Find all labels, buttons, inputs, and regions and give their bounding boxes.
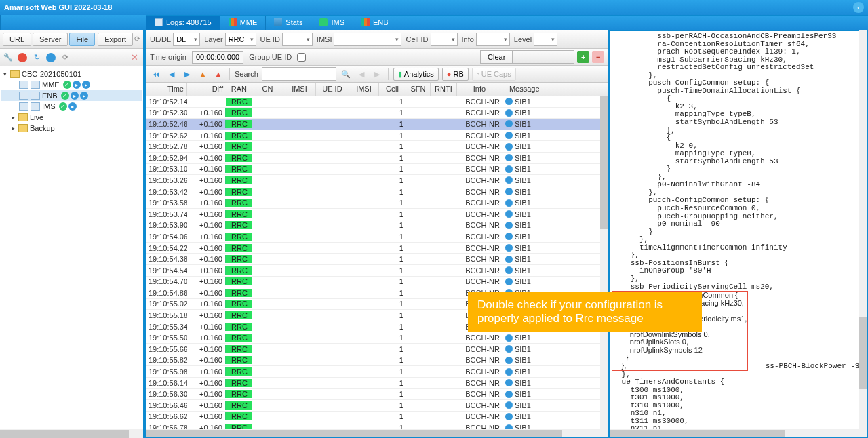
table-row[interactable]: 19:10:52.941+0.160RRC1BCCH-NRiSIB1 <box>146 153 608 164</box>
table-row[interactable]: 19:10:53.101+0.160RRC1BCCH-NRiSIB1 <box>146 164 608 176</box>
globe-icon[interactable] <box>46 53 56 62</box>
table-row[interactable]: 19:10:52.781+0.160RRC1BCCH-NRiSIB1 <box>146 141 608 153</box>
search-icon[interactable]: 🔍 <box>340 68 352 80</box>
table-row[interactable]: 19:10:54.061+0.160RRC1BCCH-NRiSIB1 <box>146 231 608 243</box>
check-badge-icon[interactable]: ✓ <box>61 92 69 100</box>
table-row[interactable]: 19:10:53.581+0.160RRC1BCCH-NRiSIB1 <box>146 197 608 209</box>
layer-select[interactable]: RRC <box>225 33 256 46</box>
table-row[interactable]: 19:10:54.221+0.160RRC1BCCH-NRiSIB1 <box>146 243 608 254</box>
col-cn[interactable]: CN <box>252 83 283 96</box>
ueid-select[interactable] <box>282 33 313 46</box>
wrench-icon[interactable]: 🔧 <box>3 52 14 63</box>
play-badge-icon[interactable]: ▸ <box>82 81 90 89</box>
search-input[interactable] <box>262 67 336 81</box>
col-rnti[interactable]: RNTI <box>431 83 457 96</box>
cycle-icon[interactable]: ⟳ <box>60 52 71 63</box>
level-select[interactable] <box>534 33 557 46</box>
table-row[interactable]: 19:10:56.781+0.160RRC1BCCH-NRiSIB1 <box>146 422 608 429</box>
collapse-sidebar-icon[interactable]: ‹ <box>853 2 864 13</box>
search-next-icon[interactable]: ▶ <box>371 68 383 80</box>
table-row[interactable]: 19:10:53.261+0.160RRC1BCCH-NRiSIB1 <box>146 175 608 186</box>
tree-backup[interactable]: ▸ Backup <box>1 123 142 134</box>
group-ueid-checkbox[interactable] <box>297 53 306 62</box>
time-origin-input[interactable]: 00:00:00.000 <box>192 51 243 64</box>
reload-icon[interactable]: ↻ <box>31 52 42 63</box>
rb-button[interactable]: ●RB <box>442 68 469 81</box>
warn-icon[interactable]: ▲ <box>197 68 209 80</box>
uldl-select[interactable]: DL <box>173 33 200 46</box>
col-info[interactable]: Info <box>457 83 502 96</box>
stop-icon[interactable] <box>18 53 27 62</box>
table-row[interactable]: 19:10:53.421+0.160RRC1BCCH-NRiSIB1 <box>146 186 608 198</box>
table-vscroll[interactable] <box>600 96 608 429</box>
col-imsi[interactable]: IMSI <box>349 83 379 96</box>
table-row[interactable]: 19:10:54.381+0.160RRC1BCCH-NRiSIB1 <box>146 254 608 265</box>
table-row[interactable]: 19:10:54.541+0.160RRC1BCCH-NRiSIB1 <box>146 265 608 277</box>
tree-root[interactable]: ▾ CBC-2021050101 <box>1 68 142 79</box>
col-ran[interactable]: RAN <box>226 83 252 96</box>
table-row[interactable]: 19:10:53.901+0.160RRC1BCCH-NRiSIB1 <box>146 220 608 232</box>
table-row[interactable]: 19:10:54.701+0.160RRC1BCCH-NRiSIB1 <box>146 277 608 288</box>
table-row[interactable]: 19:10:56.141+0.160RRC1BCCH-NRiSIB1 <box>146 378 608 389</box>
close-icon[interactable]: ✕ <box>130 52 140 63</box>
table-row[interactable]: 19:10:56.301+0.160RRC1BCCH-NRiSIB1 <box>146 389 608 400</box>
play-badge-icon[interactable]: ▸ <box>68 102 77 111</box>
analytics-button[interactable]: ▮Analytics <box>393 68 439 81</box>
refresh-icon[interactable]: ⟳ <box>134 35 140 43</box>
play-badge-icon[interactable]: ▸ <box>71 92 79 100</box>
left-panel: URL Server File Export ⟳ 🔧 ↻ ⟳ ✕ ▾ CBC-2… <box>0 30 144 438</box>
tab-enb[interactable]: ENB <box>353 15 397 30</box>
play-badge-icon[interactable]: ▸ <box>73 81 81 89</box>
main-tabs: Logs: 408715MMEStatsIMSENB <box>0 15 868 30</box>
url-button[interactable]: URL <box>3 33 31 46</box>
tab-stats[interactable]: Stats <box>266 15 311 30</box>
clear-combo[interactable]: Clear <box>480 50 574 64</box>
nav-prev-icon[interactable]: ◀ <box>165 68 178 80</box>
check-badge-icon[interactable]: ✓ <box>59 102 67 111</box>
search-prev-icon[interactable]: ◀ <box>355 68 368 80</box>
tree-item-enb[interactable]: ENB✓▸▸ <box>1 90 142 101</box>
play-badge-icon[interactable]: ▸ <box>80 92 88 100</box>
file-button[interactable]: File <box>69 33 95 46</box>
table-row[interactable]: 19:10:55.661+0.160RRC1BCCH-NRiSIB1 <box>146 344 608 355</box>
table-row[interactable]: 19:10:53.741+0.160RRC1BCCH-NRiSIB1 <box>146 209 608 220</box>
nav-first-icon[interactable]: ⏮ <box>150 68 162 80</box>
col-diff[interactable]: Diff <box>187 83 226 96</box>
tab-ims[interactable]: IMS <box>311 15 353 30</box>
check-badge-icon[interactable]: ✓ <box>63 81 71 89</box>
table-row[interactable]: 19:10:52.621+0.160RRC1BCCH-NRiSIB1 <box>146 130 608 142</box>
col-sfn[interactable]: SFN <box>406 83 431 96</box>
table-row[interactable]: 19:10:55.981+0.160RRC1BCCH-NRiSIB1 <box>146 366 608 378</box>
col-time[interactable]: Time <box>146 83 187 96</box>
remove-filter-icon[interactable]: − <box>592 51 604 63</box>
table-row[interactable]: 19:10:55.501+0.160RRC1BCCH-NRiSIB1 <box>146 332 608 344</box>
col-imsi[interactable]: IMSI <box>283 83 316 96</box>
tree-item-ims[interactable]: IMS✓▸ <box>1 101 142 112</box>
col-cell[interactable]: Cell <box>379 83 406 96</box>
table-row[interactable]: 19:10:55.821+0.160RRC1BCCH-NRiSIB1 <box>146 355 608 367</box>
add-filter-icon[interactable]: + <box>577 51 589 63</box>
table-row[interactable]: 19:10:56.461+0.160RRC1BCCH-NRiSIB1 <box>146 400 608 412</box>
server-button[interactable]: Server <box>33 33 68 46</box>
error-icon[interactable]: ▲ <box>212 68 224 80</box>
table-row[interactable]: 19:10:52.301+0.160RRC1BCCH-NRiSIB1 <box>146 108 608 119</box>
table-row[interactable]: 19:10:52.461+0.160RRC1BCCH-NRiSIB1 <box>146 119 608 130</box>
code-pane[interactable]: ssb-perRACH-OccasionAndCB-PreamblesPerSS… <box>610 30 867 429</box>
export-button[interactable]: Export <box>98 33 133 46</box>
col-message[interactable]: Message <box>502 83 608 96</box>
info-select[interactable] <box>476 33 510 46</box>
table-row[interactable]: 19:10:56.621+0.160RRC1BCCH-NRiSIB1 <box>146 412 608 423</box>
imsi-select[interactable] <box>334 33 401 46</box>
info-icon: i <box>505 401 513 409</box>
nav-next-icon[interactable]: ▶ <box>181 68 193 80</box>
table-row[interactable]: 19:10:52.141RRC1BCCH-NRiSIB1 <box>146 96 608 108</box>
tab-logs-408715[interactable]: Logs: 408715 <box>146 15 220 30</box>
detail-vscroll[interactable] <box>859 30 867 429</box>
table-body[interactable]: 19:10:52.141RRC1BCCH-NRiSIB119:10:52.301… <box>146 96 608 429</box>
tab-mme[interactable]: MME <box>220 15 267 30</box>
tree-live[interactable]: ▸ Live <box>1 112 142 123</box>
col-ueid[interactable]: UE ID <box>316 83 349 96</box>
left-hscroll[interactable] <box>0 429 143 438</box>
cellid-select[interactable] <box>431 33 458 46</box>
tree-item-mme[interactable]: MME✓▸▸ <box>1 79 142 90</box>
